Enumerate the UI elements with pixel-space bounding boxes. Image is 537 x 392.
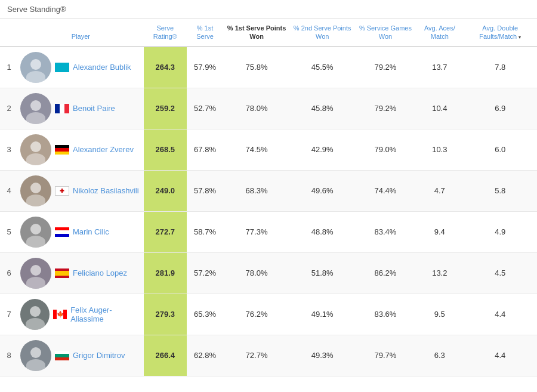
pct-1st-serve-cell: 52.7%	[187, 88, 224, 129]
table-row: 5 Marin Cilic 272.7 58.7% 77.3% 48.8% 83…	[0, 211, 537, 252]
avg-double-faults-cell: 6.9	[463, 88, 537, 129]
player-name[interactable]: Marin Cilic	[73, 227, 109, 236]
avg-aces-cell: 9.4	[416, 211, 463, 252]
pct-1st-serve-pts-won-header[interactable]: % 1st Serve Points Won	[223, 19, 289, 47]
sort-icon: ▾	[519, 35, 521, 41]
pct-2nd-serve-pts-won-cell: 48.8%	[290, 211, 355, 252]
pct-2nd-serve-pts-won-cell: 49.3%	[290, 335, 355, 376]
serve-standings-container: Serve Standing® Player Serve Rating® % 1…	[0, 0, 537, 376]
serve-rating-cell: 268.5	[144, 129, 187, 170]
table-row: 1 Alexander Bublik 264.3 57.9% 75.8% 45.…	[0, 47, 537, 88]
table-row: 3 Alexander Zverev 268.5 67.8% 74.5% 42.…	[0, 129, 537, 170]
pct-service-games-won-cell: 74.4%	[355, 170, 416, 211]
serve-rating-cell: 281.9	[144, 252, 187, 294]
serve-rating-cell: 249.0	[144, 170, 187, 211]
serve-rating-cell: 259.2	[144, 88, 187, 129]
pct-service-games-won-cell: 83.4%	[355, 211, 416, 252]
avg-double-faults-cell: 6.0	[463, 129, 537, 170]
standings-table: Player Serve Rating® % 1st Serve % 1st S…	[0, 19, 537, 376]
pct-1st-serve-pts-won-cell: 75.8%	[223, 47, 289, 88]
serve-rating-cell: 264.3	[144, 47, 187, 88]
player-cell: ✚ Nikoloz Basilashvili	[18, 170, 144, 211]
table-row: 8 Grigor Dimitrov 266.4 62.8% 72.7% 49.3…	[0, 335, 537, 376]
table-row: 6 Feliciano Lopez 281.9 57.2% 78.0% 51.8…	[0, 252, 537, 294]
avg-double-faults-cell: 4.5	[463, 252, 537, 294]
rank-cell: 7	[0, 294, 18, 335]
pct-1st-serve-cell: 67.8%	[187, 129, 224, 170]
player-cell: Alexander Bublik	[18, 47, 144, 88]
avg-double-faults-cell: 5.8	[463, 170, 537, 211]
avg-aces-cell: 9.5	[416, 294, 463, 335]
rank-cell: 1	[0, 47, 18, 88]
pct-1st-serve-header[interactable]: % 1st Serve	[187, 19, 224, 47]
player-name[interactable]: Benoit Paire	[73, 104, 115, 113]
serve-rating-cell: 272.7	[144, 211, 187, 252]
rank-cell: 3	[0, 129, 18, 170]
rank-cell: 2	[0, 88, 18, 129]
player-cell: Feliciano Lopez	[18, 252, 144, 294]
avg-aces-cell: 13.7	[416, 47, 463, 88]
avg-aces-header[interactable]: Avg. Aces/ Match	[416, 19, 463, 47]
player-cell: Grigor Dimitrov	[18, 335, 144, 376]
table-row: 7 🍁 Felix Auger-Aliassime 279.3 65.3% 76…	[0, 294, 537, 335]
avg-double-faults-cell: 4.4	[463, 294, 537, 335]
pct-1st-serve-pts-won-cell: 74.5%	[223, 129, 289, 170]
pct-1st-serve-cell: 65.3%	[187, 294, 224, 335]
pct-2nd-serve-pts-won-cell: 49.1%	[290, 294, 355, 335]
avg-double-faults-cell: 7.8	[463, 47, 537, 88]
player-cell: 🍁 Felix Auger-Aliassime	[18, 294, 144, 335]
pct-service-games-won-cell: 79.0%	[355, 129, 416, 170]
player-header: Player	[18, 19, 144, 47]
player-cell: Benoit Paire	[18, 88, 144, 129]
avg-aces-cell: 4.7	[416, 170, 463, 211]
table-row: 4 ✚ Nikoloz Basilashvili 249.0 57.8% 68.…	[0, 170, 537, 211]
player-name[interactable]: Grigor Dimitrov	[73, 351, 125, 360]
player-cell: Alexander Zverev	[18, 129, 144, 170]
pct-1st-serve-cell: 57.2%	[187, 252, 224, 294]
player-name[interactable]: Nikoloz Basilashvili	[73, 186, 139, 195]
avg-aces-cell: 10.4	[416, 88, 463, 129]
pct-1st-serve-cell: 57.8%	[187, 170, 224, 211]
header-row: Player Serve Rating® % 1st Serve % 1st S…	[0, 19, 537, 47]
rank-cell: 6	[0, 252, 18, 294]
pct-1st-serve-cell: 57.9%	[187, 47, 224, 88]
player-name[interactable]: Alexander Zverev	[73, 145, 134, 154]
avg-double-faults-cell: 4.9	[463, 211, 537, 252]
avg-aces-cell: 6.3	[416, 335, 463, 376]
pct-2nd-serve-pts-won-cell: 42.9%	[290, 129, 355, 170]
avg-double-faults-header[interactable]: Avg. Double Faults/Match ▾	[463, 19, 537, 47]
pct-2nd-serve-pts-won-cell: 45.8%	[290, 88, 355, 129]
serve-rating-header[interactable]: Serve Rating®	[144, 19, 187, 47]
pct-2nd-serve-pts-won-cell: 49.6%	[290, 170, 355, 211]
player-name[interactable]: Feliciano Lopez	[73, 268, 127, 277]
pct-1st-serve-pts-won-cell: 68.3%	[223, 170, 289, 211]
player-name[interactable]: Alexander Bublik	[73, 63, 131, 72]
pct-1st-serve-pts-won-cell: 76.2%	[223, 294, 289, 335]
pct-1st-serve-cell: 62.8%	[187, 335, 224, 376]
rank-cell: 4	[0, 170, 18, 211]
pct-service-games-won-cell: 79.7%	[355, 335, 416, 376]
table-row: 2 Benoit Paire 259.2 52.7% 78.0% 45.8% 7…	[0, 88, 537, 129]
player-cell: Marin Cilic	[18, 211, 144, 252]
pct-service-games-won-cell: 83.6%	[355, 294, 416, 335]
avg-aces-cell: 13.2	[416, 252, 463, 294]
rank-cell: 8	[0, 335, 18, 376]
pct-1st-serve-pts-won-cell: 78.0%	[223, 88, 289, 129]
pct-1st-serve-pts-won-cell: 78.0%	[223, 252, 289, 294]
title-text: Serve Standing®	[7, 5, 66, 14]
rank-header	[0, 19, 18, 47]
pct-service-games-won-cell: 86.2%	[355, 252, 416, 294]
pct-1st-serve-pts-won-cell: 72.7%	[223, 335, 289, 376]
player-name[interactable]: Felix Auger-Aliassime	[70, 305, 141, 323]
table-title: Serve Standing®	[0, 0, 537, 19]
pct-1st-serve-cell: 58.7%	[187, 211, 224, 252]
pct-service-games-won-header[interactable]: % Service Games Won	[355, 19, 416, 47]
pct-1st-serve-pts-won-cell: 77.3%	[223, 211, 289, 252]
rank-cell: 5	[0, 211, 18, 252]
pct-service-games-won-cell: 79.2%	[355, 88, 416, 129]
pct-service-games-won-cell: 79.2%	[355, 47, 416, 88]
serve-rating-cell: 279.3	[144, 294, 187, 335]
pct-2nd-serve-pts-won-header[interactable]: % 2nd Serve Points Won	[290, 19, 355, 47]
avg-aces-cell: 10.3	[416, 129, 463, 170]
pct-2nd-serve-pts-won-cell: 45.5%	[290, 47, 355, 88]
